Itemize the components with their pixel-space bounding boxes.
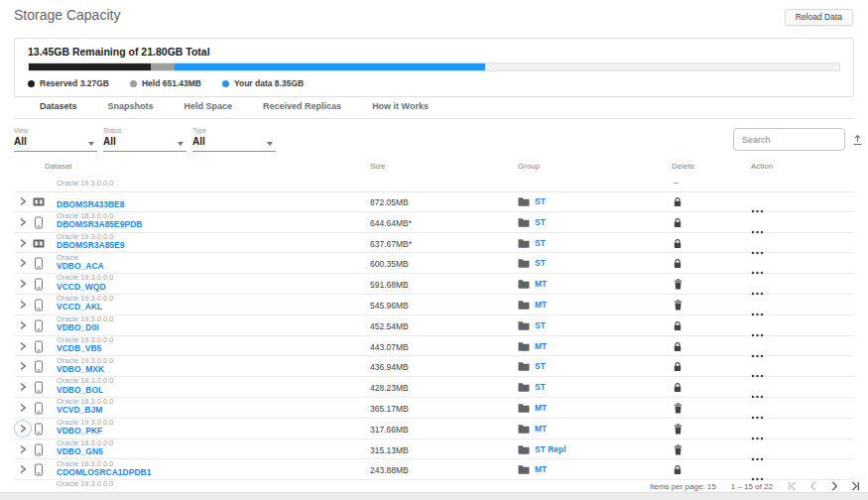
- delete-button[interactable]: [672, 361, 683, 372]
- filter-select[interactable]: View All: [14, 127, 97, 152]
- delete-button[interactable]: [672, 279, 683, 290]
- trash-icon: [674, 403, 682, 414]
- chevron-right-icon: [19, 464, 27, 474]
- expand-row-button[interactable]: [15, 255, 31, 271]
- expand-row-button[interactable]: [15, 193, 31, 209]
- delete-button[interactable]: [672, 424, 683, 435]
- expand-row-button[interactable]: [15, 441, 31, 457]
- group-link[interactable]: ST: [535, 320, 546, 330]
- dataset-link[interactable]: VDBO_BOL: [57, 385, 103, 395]
- pager-button[interactable]: [808, 481, 818, 491]
- delete-button[interactable]: [672, 258, 683, 269]
- dataset-link[interactable]: VDBO_ACA: [57, 261, 104, 271]
- expand-row-button[interactable]: [15, 297, 31, 312]
- group-link[interactable]: ST: [535, 361, 546, 371]
- group-cell: ST: [518, 196, 546, 206]
- expand-row-button[interactable]: [15, 235, 31, 251]
- group-link[interactable]: MT: [535, 464, 547, 474]
- chevron-right-icon: [19, 196, 27, 206]
- legend-label: Your data 8.35GB: [234, 78, 304, 88]
- delete-button[interactable]: [672, 341, 683, 352]
- dataset-link[interactable]: DBOMSR3A85E9PDB: [57, 219, 142, 229]
- group-cell: MT: [518, 341, 547, 351]
- dataset-link[interactable]: CDOMLOSRCA1DPDB1: [57, 467, 151, 477]
- dataset-link[interactable]: VCCD_AKL: [57, 302, 102, 312]
- group-link[interactable]: MT: [535, 403, 547, 413]
- chevron-down-icon: [267, 142, 273, 146]
- folder-icon: [518, 238, 530, 248]
- folder-icon: [518, 403, 530, 413]
- group-link[interactable]: MT: [535, 279, 547, 289]
- group-link[interactable]: ST: [535, 238, 546, 248]
- dataset-link[interactable]: DBOMSR433BE8: [57, 199, 125, 209]
- delete-button[interactable]: [672, 444, 683, 455]
- expand-row-button[interactable]: [15, 400, 31, 416]
- search-input[interactable]: [734, 130, 844, 151]
- delete-button[interactable]: [672, 320, 683, 331]
- dataset-link[interactable]: VDBO_PKF: [57, 426, 102, 436]
- group-cell: ST: [518, 382, 546, 392]
- filter-select[interactable]: Type All: [192, 127, 276, 152]
- column-header-dataset: Dataset: [45, 162, 72, 171]
- group-link[interactable]: MT: [535, 341, 547, 351]
- group-link[interactable]: ST: [535, 217, 546, 227]
- column-header-action: Action: [751, 162, 773, 171]
- lock-icon: [673, 238, 682, 249]
- group-link[interactable]: ST Repl: [535, 444, 566, 454]
- expand-row-button[interactable]: [15, 338, 31, 354]
- group-link[interactable]: ST: [535, 258, 546, 268]
- group-link[interactable]: ST: [535, 196, 546, 206]
- tab[interactable]: Datasets: [40, 95, 77, 118]
- delete-button[interactable]: [672, 464, 683, 475]
- delete-button[interactable]: [672, 300, 683, 311]
- size-value: 428.23MB: [370, 383, 409, 393]
- dataset-link[interactable]: VDBO_GN5: [57, 446, 103, 456]
- dataset-link[interactable]: VCVD_BJM: [57, 405, 102, 415]
- dataset-subtitle: Oracle 19.3.0.0.0: [57, 480, 151, 488]
- expand-row-button[interactable]: [15, 276, 31, 292]
- dataset-type-icon: [33, 195, 45, 208]
- delete-button[interactable]: [672, 196, 683, 207]
- delete-button[interactable]: [672, 382, 683, 393]
- column-header-delete: Delete: [672, 162, 694, 171]
- chevron-right-icon: [19, 403, 27, 413]
- vdb-icon: [33, 257, 45, 270]
- dataset-link[interactable]: VDBO_MXK: [57, 364, 104, 374]
- expand-row-button[interactable]: [15, 214, 31, 230]
- dataset-link[interactable]: VCCD_WQD: [57, 282, 106, 292]
- group-link[interactable]: ST: [535, 382, 546, 392]
- dataset-link[interactable]: DBOMSR3A85E9: [57, 240, 125, 250]
- tab[interactable]: Snapshots: [108, 95, 154, 118]
- reload-data-button[interactable]: Reload Data: [785, 9, 853, 26]
- chevron-right-icon: [19, 382, 27, 392]
- pager-button[interactable]: [850, 481, 860, 491]
- dataset-type-icon: [33, 443, 45, 456]
- expand-row-button[interactable]: [15, 421, 31, 437]
- folder-icon: [518, 279, 530, 289]
- upload-icon[interactable]: [851, 133, 864, 146]
- delete-button[interactable]: [672, 403, 683, 414]
- tab[interactable]: How it Works: [372, 95, 429, 118]
- items-per-page-value[interactable]: 15: [707, 482, 716, 491]
- tab[interactable]: Held Space: [185, 95, 233, 118]
- filter-select[interactable]: Status All: [103, 127, 186, 152]
- chevron-down-icon: [178, 142, 184, 146]
- dataset-type-icon: [33, 278, 45, 291]
- dataset-type-icon: [33, 381, 45, 394]
- chevron-right-icon: [19, 444, 27, 454]
- pager-button[interactable]: [788, 481, 798, 491]
- folder-icon: [518, 341, 530, 351]
- expand-row-button[interactable]: [15, 358, 31, 374]
- delete-button[interactable]: [672, 238, 683, 249]
- expand-row-button[interactable]: [15, 317, 31, 333]
- dataset-link[interactable]: VDBO_D0I: [57, 322, 99, 332]
- group-link[interactable]: MT: [535, 300, 547, 310]
- delete-button[interactable]: [672, 217, 683, 228]
- size-value: 315.13MB: [370, 445, 409, 455]
- expand-row-button[interactable]: [15, 379, 31, 395]
- dataset-link[interactable]: VCDB_VB5: [57, 343, 101, 353]
- group-link[interactable]: MT: [535, 424, 547, 434]
- pager-button[interactable]: [829, 481, 839, 491]
- expand-row-button[interactable]: [15, 461, 31, 477]
- tab[interactable]: Received Replicas: [263, 95, 341, 118]
